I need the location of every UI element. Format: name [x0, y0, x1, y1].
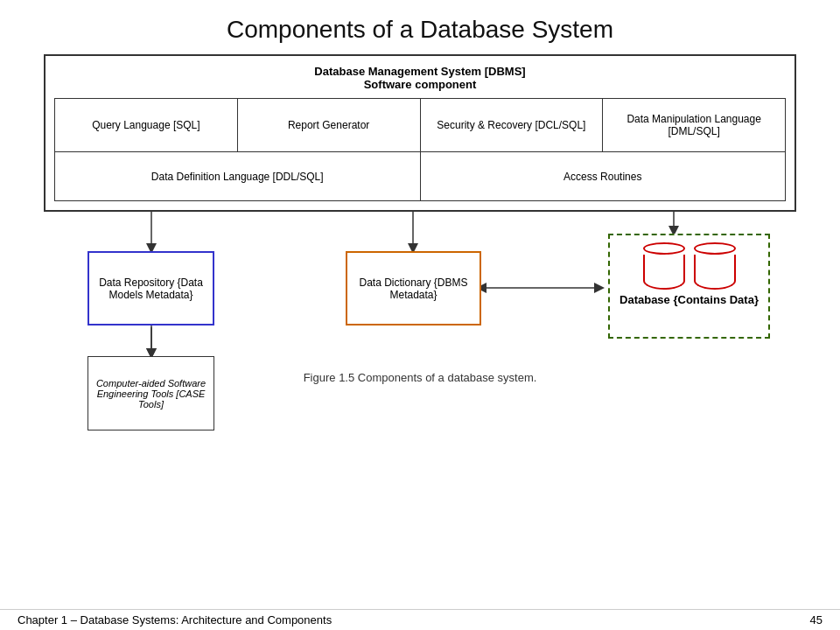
page-number: 45: [810, 613, 822, 626]
data-repository-box: Data Repository {Data Models Metadata}: [88, 251, 214, 326]
ddl-cell: Data Definition Language [DDL/SQL]: [55, 152, 421, 200]
page-title: Components of a Database System: [0, 0, 840, 54]
database-box: Database {Contains Data}: [608, 234, 770, 339]
database-label: Database {Contains Data}: [615, 293, 763, 306]
query-lang-cell: Query Language [SQL]: [55, 99, 238, 151]
case-tools-box: Computer-aided Software Engineering Tool…: [88, 356, 214, 430]
data-dictionary-box: Data Dictionary {DBMS Metadata}: [346, 251, 481, 326]
dml-cell: Data Manipulation Language [DML/SQL]: [603, 99, 785, 151]
database-cylinders: [615, 242, 763, 290]
arrows-section: Data Repository {Data Models Metadata} D…: [44, 212, 796, 369]
dbms-top-row: Query Language [SQL] Report Generator Se…: [54, 98, 786, 152]
security-cell: Security & Recovery [DCL/SQL]: [421, 99, 604, 151]
chapter-label: Chapter 1 – Database Systems: Architectu…: [18, 613, 332, 626]
report-gen-cell: Report Generator: [238, 99, 421, 151]
dbms-outer-box: Database Management System [DBMS] Softwa…: [44, 54, 796, 212]
cyl-body-1: [643, 255, 685, 290]
cylinder-2: [694, 242, 736, 290]
diagram-area: Database Management System [DBMS] Softwa…: [44, 54, 796, 369]
footer-bar: Chapter 1 – Database Systems: Architectu…: [0, 609, 840, 630]
cyl-top-1: [643, 242, 685, 255]
access-routines-cell: Access Routines: [421, 152, 786, 200]
cyl-body-2: [694, 255, 736, 290]
cylinder-1: [643, 242, 685, 290]
dbms-bottom-row: Data Definition Language [DDL/SQL] Acces…: [54, 152, 786, 201]
dbms-title: Database Management System [DBMS] Softwa…: [54, 65, 786, 91]
cyl-top-2: [694, 242, 736, 255]
